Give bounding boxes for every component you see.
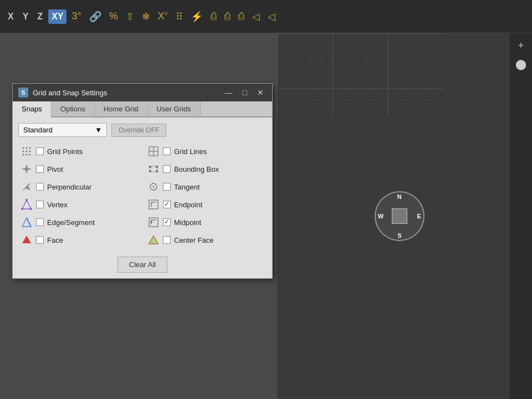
- compass-n: N: [397, 193, 402, 200]
- pivot-checkbox[interactable]: [36, 165, 44, 173]
- snap-item-center-face: Center Face: [145, 232, 267, 248]
- clear-btn-row: Clear All: [18, 257, 267, 273]
- toolbar-axis-x[interactable]: X: [4, 9, 17, 24]
- svg-marker-32: [22, 218, 31, 227]
- vertex-label: Vertex: [47, 201, 68, 209]
- override-btn[interactable]: Override OFF: [111, 124, 166, 137]
- svg-rect-1: [277, 33, 443, 116]
- toolbar-axis-xy[interactable]: XY: [48, 9, 66, 24]
- dialog-minimize-btn[interactable]: —: [222, 87, 236, 98]
- toolbar-freeze-icon[interactable]: ❄: [139, 8, 153, 25]
- dialog-restore-btn[interactable]: □: [240, 87, 250, 98]
- svg-rect-20: [149, 170, 151, 172]
- toolbar-snap2-icon[interactable]: ⚡: [188, 8, 206, 25]
- toolbar-dots-icon[interactable]: ⠿: [173, 8, 186, 25]
- snap-item-perpendicular: Perpendicular: [18, 179, 140, 195]
- grid-lines-label: Grid Lines: [174, 147, 207, 156]
- tab-home-grid[interactable]: Home Grid: [95, 101, 148, 116]
- svg-line-33: [27, 218, 31, 227]
- tab-user-grids[interactable]: User Grids: [148, 101, 201, 116]
- toolbar-hook2-icon[interactable]: ⎙: [222, 8, 233, 24]
- tangent-icon: [147, 181, 160, 193]
- clear-all-btn[interactable]: Clear All: [117, 257, 167, 273]
- svg-rect-31: [149, 200, 158, 209]
- vertex-checkbox[interactable]: [36, 201, 44, 208]
- vertex-icon: [21, 198, 33, 211]
- compass-center: [392, 208, 407, 224]
- svg-point-8: [23, 154, 24, 156]
- compass-w: W: [378, 213, 383, 219]
- midpoint-checkbox[interactable]: [163, 218, 171, 226]
- toolbar: X Y Z XY 3° 🔗 % ⇧ ❄ XY ⠿ ⚡ ⎙ ⎙ ⎙ ◁ ◁: [0, 0, 532, 33]
- dropdown-row: Standard ▼ Override OFF: [18, 123, 267, 137]
- svg-point-28: [25, 199, 28, 201]
- sphere-btn[interactable]: ⬤: [514, 57, 528, 71]
- svg-point-4: [29, 147, 31, 149]
- bounding-box-icon: [147, 163, 160, 175]
- dialog-title-text: Grid and Snap Settings: [33, 89, 218, 97]
- center-face-checkbox[interactable]: [163, 236, 171, 244]
- grid-svg: [277, 33, 443, 116]
- svg-point-26: [153, 186, 155, 188]
- compass-e: E: [417, 213, 421, 219]
- snap-item-grid-points: Grid Points: [18, 144, 140, 159]
- snap-item-pivot: Pivot: [18, 161, 140, 177]
- toolbar-axis-y[interactable]: Y: [19, 9, 32, 24]
- svg-point-29: [30, 208, 32, 210]
- svg-rect-21: [156, 170, 158, 172]
- snap-type-dropdown[interactable]: Standard ▼: [18, 123, 107, 137]
- toolbar-snap-icon[interactable]: 🔗: [86, 8, 104, 25]
- endpoint-checkbox[interactable]: [163, 201, 171, 208]
- dialog-titlebar: S Grid and Snap Settings — □ ✕: [13, 84, 272, 101]
- midpoint-label: Midpoint: [174, 218, 201, 227]
- edge-segment-label: Edge/Segment: [47, 218, 95, 227]
- toolbar-percent-icon[interactable]: %: [106, 8, 121, 24]
- center-face-label: Center Face: [174, 236, 214, 244]
- viewport[interactable]: N S E W + ⬤: [277, 33, 532, 399]
- toolbar-plus-icon[interactable]: ⇧: [123, 8, 137, 25]
- perpendicular-icon: [21, 181, 33, 193]
- dialog-close-btn[interactable]: ✕: [254, 87, 267, 98]
- snap-item-edge-segment: Edge/Segment: [18, 214, 140, 230]
- bounding-box-checkbox[interactable]: [163, 165, 171, 173]
- pivot-label: Pivot: [47, 165, 63, 173]
- toolbar-3d-snap-icon[interactable]: 3°: [69, 8, 84, 24]
- perpendicular-checkbox[interactable]: [36, 183, 44, 191]
- svg-point-9: [26, 154, 28, 156]
- face-icon: [21, 234, 33, 246]
- toolbar-axis-z[interactable]: Z: [34, 9, 46, 24]
- tangent-checkbox[interactable]: [163, 183, 171, 191]
- pivot-icon: [21, 163, 33, 175]
- toolbar-arrow1-icon[interactable]: ◁: [249, 8, 263, 25]
- tangent-label: Tangent: [174, 183, 200, 191]
- tab-snaps[interactable]: Snaps: [13, 101, 52, 117]
- perpendicular-label: Perpendicular: [47, 183, 91, 191]
- grid-points-icon: [21, 145, 33, 157]
- endpoint-label: Endpoint: [174, 201, 202, 209]
- tab-options[interactable]: Options: [52, 101, 95, 116]
- face-checkbox[interactable]: [36, 236, 44, 244]
- snap-item-tangent: Tangent: [145, 179, 267, 195]
- edge-segment-checkbox[interactable]: [36, 218, 44, 226]
- svg-marker-27: [22, 200, 31, 209]
- toolbar-xy2-icon[interactable]: XY: [155, 8, 171, 24]
- dropdown-value: Standard: [23, 126, 53, 134]
- zoom-in-btn[interactable]: +: [517, 39, 525, 53]
- compass-s: S: [397, 232, 401, 239]
- svg-point-10: [29, 154, 31, 156]
- dialog-title-icon: S: [18, 88, 28, 98]
- grid-points-checkbox[interactable]: [36, 147, 44, 155]
- snap-item-bounding-box: Bounding Box: [145, 161, 267, 177]
- toolbar-hook1-icon[interactable]: ⎙: [208, 8, 219, 24]
- grid-lines-checkbox[interactable]: [163, 147, 171, 155]
- svg-point-3: [26, 147, 28, 149]
- svg-rect-19: [156, 166, 158, 168]
- dialog-tabs: Snaps Options Home Grid User Grids: [13, 101, 272, 117]
- toolbar-hook3-icon[interactable]: ⎙: [236, 8, 247, 24]
- svg-point-6: [26, 151, 28, 152]
- snap-item-grid-lines: Grid Lines: [145, 144, 267, 159]
- grid-lines-icon: [147, 145, 160, 157]
- snap-item-vertex: Vertex: [18, 197, 140, 212]
- face-label: Face: [47, 236, 63, 244]
- toolbar-arrow2-icon[interactable]: ◁: [265, 8, 278, 25]
